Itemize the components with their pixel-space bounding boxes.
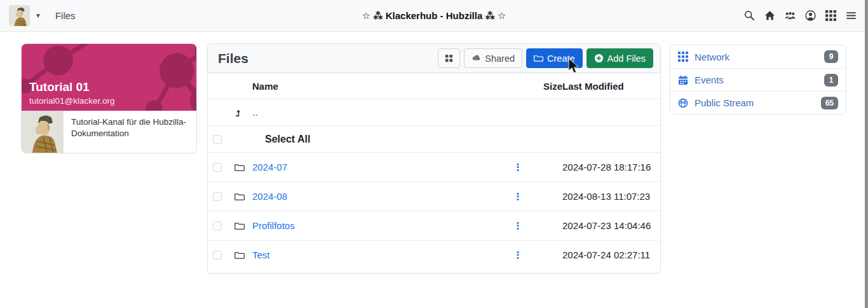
public-stream-count-badge: 65 [821, 97, 838, 109]
folder-link[interactable]: Test [252, 249, 270, 260]
file-row: Profilfotos ⋮ 2024-07-23 14:04:46 [208, 211, 660, 240]
sidebar-item-public-stream[interactable]: Public Stream 65 [670, 91, 846, 114]
right-sidebar: Network 9 Events 1 Public Stream 65 [670, 45, 846, 115]
column-name: Name [252, 81, 510, 92]
network-grid-icon [678, 52, 688, 62]
parent-directory-link[interactable]: .. [252, 107, 258, 118]
file-modified: 2024-08-13 11:07:23 [562, 191, 655, 202]
file-modified: 2024-07-28 18:17:16 [562, 162, 655, 172]
file-modified: 2024-07-23 14:04:46 [562, 220, 655, 231]
top-navbar: ▼ Files ☆ ⁂ Klackerhub - Hubzilla ⁂ ☆ [0, 0, 868, 32]
search-icon[interactable] [744, 10, 755, 21]
files-table-header: Name Size Last Modified [208, 73, 660, 99]
shared-button-label: Shared [485, 53, 515, 64]
folder-link[interactable]: 2024-07 [252, 162, 287, 172]
sidebar-item-label: Public Stream [695, 97, 754, 108]
profile-card-cover: Tutorial 01 tutorial01@klacker.org [22, 44, 196, 111]
account-icon[interactable] [805, 10, 816, 21]
row-menu-icon[interactable]: ⋮ [513, 249, 523, 260]
select-all-label: Select All [252, 134, 510, 145]
channel-avatar[interactable] [9, 5, 30, 26]
file-modified: 2024-07-24 02:27:11 [562, 249, 655, 260]
row-menu-icon[interactable]: ⋮ [513, 191, 523, 202]
events-count-badge: 1 [824, 74, 838, 87]
cloud-icon [471, 53, 481, 63]
sidebar-item-network[interactable]: Network 9 [670, 45, 846, 68]
site-title: ☆ ⁂ Klackerhub - Hubzilla ⁂ ☆ [0, 10, 868, 22]
apps-grid-icon[interactable] [825, 10, 836, 21]
channel-address: tutorial01@klacker.org [29, 96, 115, 106]
level-up-icon [234, 108, 245, 118]
folder-link[interactable]: 2024-08 [252, 191, 287, 202]
select-all-row: Select All [208, 125, 660, 152]
row-checkbox[interactable] [213, 221, 222, 230]
file-row: 2024-08 ⋮ 2024-08-13 11:07:23 [208, 181, 660, 211]
calendar-icon [678, 75, 688, 85]
home-icon[interactable] [764, 10, 775, 21]
files-panel: Files Shared Create Add Files [207, 43, 661, 274]
sidebar-item-label: Network [695, 52, 729, 62]
column-modified: Last Modified [562, 81, 655, 92]
folder-icon [234, 221, 245, 231]
create-button[interactable]: Create [526, 48, 583, 68]
channel-description: Tutorial-Kanal für die Hubzilla-Dokument… [64, 111, 196, 153]
row-menu-icon[interactable]: ⋮ [513, 162, 523, 172]
folder-icon [234, 162, 245, 172]
row-menu-icon[interactable]: ⋮ [513, 220, 523, 231]
select-all-checkbox[interactable] [213, 135, 222, 144]
sidebar-item-label: Events [695, 74, 724, 85]
profile-card: Tutorial 01 tutorial01@klacker.org Tutor… [21, 43, 197, 153]
channel-dropdown-caret-icon[interactable]: ▼ [35, 12, 41, 19]
view-grid-button[interactable] [438, 48, 460, 68]
globe-icon [678, 98, 688, 108]
folder-icon [234, 192, 245, 202]
column-size: Size [526, 81, 562, 92]
channel-avatar-image [9, 5, 30, 26]
channel-name: Tutorial 01 [29, 80, 115, 95]
notifications-list: Network 9 Events 1 Public Stream 65 [670, 45, 846, 115]
folder-icon [234, 250, 245, 260]
parent-directory-row: .. [208, 99, 660, 125]
folder-link[interactable]: Profilfotos [252, 220, 295, 231]
files-title: Files [218, 51, 248, 66]
plus-circle-icon [594, 53, 604, 63]
add-files-button[interactable]: Add Files [587, 48, 653, 68]
group-icon[interactable] [785, 10, 796, 21]
page-scrollbar[interactable] [865, 0, 868, 308]
sidebar-item-events[interactable]: Events 1 [670, 68, 846, 91]
add-files-button-label: Add Files [607, 53, 646, 64]
folder-icon [534, 53, 543, 63]
row-checkbox[interactable] [213, 163, 222, 172]
create-button-label: Create [547, 53, 575, 64]
current-app-label[interactable]: Files [55, 10, 76, 21]
profile-photo-image [22, 111, 64, 153]
left-sidebar: Tutorial 01 tutorial01@klacker.org Tutor… [21, 43, 197, 153]
file-row: 2024-07 ⋮ 2024-07-28 18:17:16 [208, 152, 660, 181]
files-section: Files Shared Create Add Files [207, 43, 661, 274]
profile-photo[interactable] [22, 111, 64, 153]
row-checkbox[interactable] [213, 192, 222, 201]
file-row: Test ⋮ 2024-07-24 02:27:11 [208, 240, 660, 269]
grid-view-icon [444, 53, 454, 63]
network-count-badge: 9 [824, 50, 838, 63]
row-checkbox[interactable] [213, 251, 222, 260]
shared-button[interactable]: Shared [464, 48, 522, 68]
menu-hamburger-icon[interactable] [846, 10, 857, 21]
